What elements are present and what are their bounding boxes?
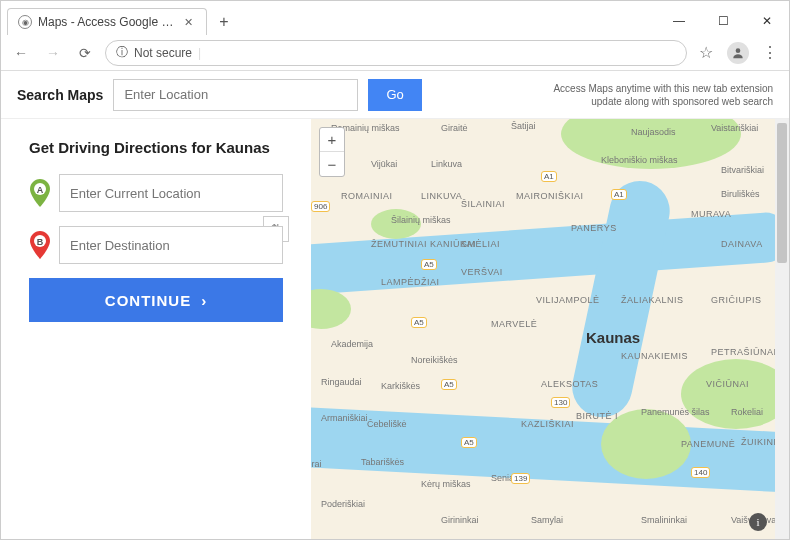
- zoom-control: + −: [319, 127, 345, 177]
- district-label: Naujasodis: [631, 127, 676, 137]
- district-label: ROMAINIAI: [341, 191, 393, 201]
- maximize-button[interactable]: ☐: [701, 7, 745, 35]
- reload-button[interactable]: ⟳: [73, 41, 97, 65]
- district-label: Poderiškiai: [321, 499, 365, 509]
- district-label: Kėrų miškas: [421, 479, 471, 489]
- address-bar: ← → ⟳ ⓘ Not secure | ☆ ⋮: [1, 35, 789, 71]
- district-label: Karkiškės: [381, 381, 420, 391]
- district-label: ŽALIAKALNIS: [621, 295, 684, 305]
- district-label: GRIČIUPIS: [711, 295, 762, 305]
- district-label: Tabariškės: [361, 457, 404, 467]
- district-label: VERŠVAI: [461, 267, 503, 277]
- district-label: Vijūkai: [371, 159, 397, 169]
- district-label: Armaniškiai: [321, 413, 368, 423]
- url-box[interactable]: ⓘ Not secure |: [105, 40, 687, 66]
- map-info-icon[interactable]: i: [749, 513, 767, 531]
- go-button[interactable]: Go: [368, 79, 421, 111]
- directions-panel: Get Driving Directions for Kaunas A ⇅ B …: [1, 119, 311, 540]
- separator: |: [198, 46, 201, 60]
- district-label: PANEMUNĖ: [681, 439, 735, 449]
- district-label: Linkuva: [431, 159, 462, 169]
- district-label: SMĖLIAI: [461, 239, 500, 249]
- browser-tab[interactable]: ◉ Maps - Access Google Maps Dri... ✕: [7, 8, 207, 35]
- search-title: Search Maps: [17, 87, 103, 103]
- district-label: Girininkai: [441, 515, 479, 525]
- browser-menu-icon[interactable]: ⋮: [759, 42, 781, 64]
- destination-row: B: [29, 226, 283, 264]
- search-strip: Search Maps Go Access Maps anytime with …: [1, 71, 789, 119]
- close-icon[interactable]: ✕: [184, 16, 196, 28]
- continue-button[interactable]: CONTINUE ›: [29, 278, 283, 322]
- district-label: BIRUTĖ I: [576, 411, 618, 421]
- profile-avatar-icon[interactable]: [727, 42, 749, 64]
- district-label: Akademija: [331, 339, 373, 349]
- district-label: Noreikiškės: [411, 355, 458, 365]
- map-area[interactable]: Kaunas Ramainių miškasGiraitėŠatijaiNauj…: [311, 119, 789, 540]
- destination-input[interactable]: [59, 226, 283, 264]
- info-icon: ⓘ: [116, 44, 128, 61]
- district-label: VILIJAMPOLĖ: [536, 295, 600, 305]
- road-shield: 130: [551, 397, 570, 408]
- location-search-input[interactable]: [113, 79, 358, 111]
- district-label: VIČIŪNAI: [706, 379, 749, 389]
- district-label: DAINAVA: [721, 239, 763, 249]
- promo-text: Access Maps anytime with this new tab ex…: [553, 82, 773, 108]
- district-label: Smalininkai: [641, 515, 687, 525]
- origin-input[interactable]: [59, 174, 283, 212]
- close-button[interactable]: ✕: [745, 7, 789, 35]
- district-label: PANERYS: [571, 223, 617, 233]
- new-tab-button[interactable]: +: [211, 9, 237, 35]
- district-label: MAIRONIŠKIAI: [516, 191, 584, 201]
- vertical-scrollbar[interactable]: [775, 119, 789, 540]
- back-button[interactable]: ←: [9, 41, 33, 65]
- district-label: ALEKSOTAS: [541, 379, 598, 389]
- district-label: ŠILAINIAI: [461, 199, 505, 209]
- chevron-right-icon: ›: [201, 292, 207, 309]
- district-label: Panemunės šilas: [641, 407, 710, 417]
- district-label: Giraitė: [441, 123, 468, 133]
- directions-heading: Get Driving Directions for Kaunas: [29, 139, 283, 156]
- district-label: MARVELĖ: [491, 319, 537, 329]
- district-label: LAMPĖDŽIAI: [381, 277, 440, 287]
- road-shield: A5: [461, 437, 477, 448]
- tab-title: Maps - Access Google Maps Dri...: [38, 15, 178, 29]
- district-label: Samylai: [531, 515, 563, 525]
- svg-text:A: A: [37, 185, 44, 195]
- road-shield: A5: [441, 379, 457, 390]
- district-label: PETRAŠIŪNAI: [711, 347, 777, 357]
- road-shield: 139: [511, 473, 530, 484]
- zoom-out-button[interactable]: −: [320, 152, 344, 176]
- minimize-button[interactable]: —: [657, 7, 701, 35]
- pin-b-icon: B: [29, 230, 51, 260]
- district-label: Bitvariškiai: [721, 165, 764, 175]
- road-shield: 140: [691, 467, 710, 478]
- forward-button[interactable]: →: [41, 41, 65, 65]
- district-label: Pažėrai: [311, 459, 322, 469]
- road-shield: A1: [541, 171, 557, 182]
- main-content: Get Driving Directions for Kaunas A ⇅ B …: [1, 119, 789, 540]
- svg-text:B: B: [37, 237, 44, 247]
- map-canvas[interactable]: Kaunas Ramainių miškasGiraitėŠatijaiNauj…: [311, 119, 789, 540]
- district-label: Šilainių miškas: [391, 215, 451, 225]
- window-controls: — ☐ ✕: [657, 7, 789, 35]
- district-label: Biruliškės: [721, 189, 760, 199]
- road-shield: 906: [311, 201, 330, 212]
- city-label: Kaunas: [586, 329, 640, 346]
- bookmark-star-icon[interactable]: ☆: [695, 42, 717, 64]
- zoom-in-button[interactable]: +: [320, 128, 344, 152]
- district-label: Čebeliškė: [367, 419, 407, 429]
- district-label: MURAVA: [691, 209, 731, 219]
- district-label: Rokeliai: [731, 407, 763, 417]
- district-label: Ringaudai: [321, 377, 362, 387]
- district-label: Šatijai: [511, 121, 536, 131]
- road-shield: A1: [611, 189, 627, 200]
- road-shield: A5: [411, 317, 427, 328]
- globe-icon: ◉: [18, 15, 32, 29]
- browser-titlebar: ◉ Maps - Access Google Maps Dri... ✕ + —…: [1, 1, 789, 35]
- district-label: LINKUVA: [421, 191, 462, 201]
- security-label: Not secure: [134, 46, 192, 60]
- scrollbar-thumb[interactable]: [777, 123, 787, 263]
- road-shield: A5: [421, 259, 437, 270]
- pin-a-icon: A: [29, 178, 51, 208]
- district-label: KAUNAKIEMIS: [621, 351, 688, 361]
